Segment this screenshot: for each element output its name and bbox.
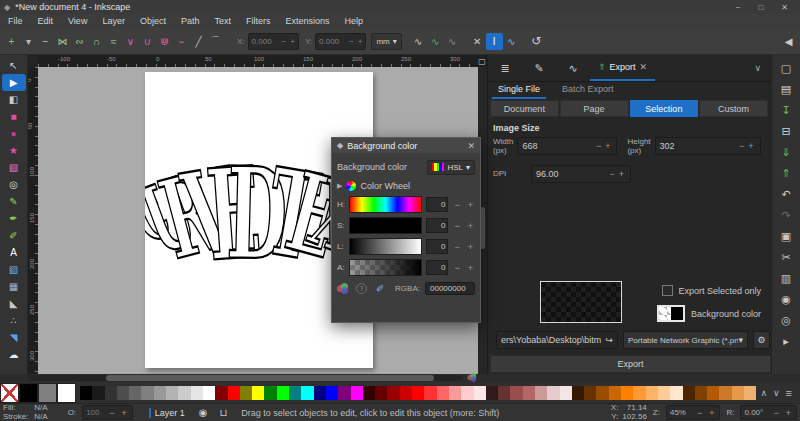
palette-swatch[interactable] — [449, 386, 461, 400]
slider-minus-button[interactable]: − — [452, 200, 461, 210]
palette-swatch[interactable] — [154, 386, 166, 400]
palette-swatch[interactable] — [166, 386, 178, 400]
show-outline-icon[interactable]: I — [486, 33, 503, 50]
filename-field[interactable]: ers\Yobaba\Desktop\bitmap.png ↪ — [496, 331, 618, 349]
gray-swatch[interactable] — [38, 383, 57, 403]
color-picker-icon[interactable]: ✐ — [376, 283, 384, 294]
fill-stroke-tab-icon[interactable]: ∿ — [556, 62, 590, 75]
menu-item[interactable]: Layer — [102, 16, 125, 26]
save-document-icon[interactable]: ↧ — [777, 102, 795, 119]
delete-segment-icon[interactable]: ≈ — [105, 33, 122, 50]
area-mode-button[interactable]: Page — [560, 100, 629, 117]
fill-stroke-indicator[interactable]: Fill: N/A Stroke: N/A — [3, 404, 48, 421]
palette-swatch[interactable] — [670, 386, 682, 400]
palette-swatch[interactable] — [240, 386, 252, 400]
palette-swatch[interactable] — [215, 386, 227, 400]
menu-item[interactable]: File — [8, 16, 23, 26]
line-segment-icon[interactable]: ╱ — [190, 33, 207, 50]
menu-item[interactable]: View — [68, 16, 87, 26]
insert-node-menu-icon[interactable]: ▾ — [20, 33, 37, 50]
import-icon[interactable]: ⇓ — [777, 144, 795, 161]
palette-swatch[interactable] — [351, 386, 363, 400]
maximize-button[interactable]: □ — [758, 3, 763, 12]
y-plus-button[interactable]: + — [358, 37, 363, 46]
close-tab-icon[interactable]: ✕ — [640, 62, 648, 72]
cut-icon[interactable]: ✂ — [777, 249, 795, 266]
palette-swatch[interactable] — [363, 386, 375, 400]
palette-swatch[interactable] — [80, 386, 92, 400]
menu-item[interactable]: Path — [181, 16, 200, 26]
color-slider[interactable] — [349, 217, 422, 234]
export-icon[interactable]: ⇑ — [777, 165, 795, 182]
palette-swatch[interactable] — [523, 386, 535, 400]
palette-swatch[interactable] — [535, 386, 547, 400]
palette-swatch[interactable] — [437, 386, 449, 400]
export-settings-button[interactable]: ⚙ — [753, 331, 770, 349]
palette-swatch[interactable] — [105, 386, 117, 400]
shape-builder-tool[interactable]: ◧ — [2, 91, 26, 108]
tab-export[interactable]: ⇑ Export ✕ — [590, 55, 655, 81]
color-mode-dropdown[interactable]: HSL ▾ — [427, 160, 475, 175]
break-node-icon[interactable]: ⋈ — [54, 33, 71, 50]
menu-item[interactable]: Text — [214, 16, 231, 26]
corner-node-icon[interactable]: ∨ — [122, 33, 139, 50]
redo-icon[interactable]: ↷ — [777, 207, 795, 224]
transform-handles-icon[interactable]: ✕ — [469, 33, 486, 50]
chevron-down-icon[interactable]: ∨ — [754, 63, 771, 73]
palette-swatch[interactable] — [326, 386, 338, 400]
new-document-icon[interactable]: ▢ — [777, 60, 795, 77]
palette-swatch[interactable] — [400, 386, 412, 400]
slider-value-field[interactable]: 0 — [426, 197, 448, 212]
dock-expand-icon[interactable]: ▸ — [777, 333, 795, 350]
swatches-tab-icon[interactable]: ≣ — [488, 62, 522, 75]
palette-swatch[interactable] — [474, 386, 486, 400]
dialog-title-bar[interactable]: ◆ Background color ✕ — [332, 138, 480, 153]
width-minus-button[interactable]: − — [594, 141, 603, 151]
rotation-minus-button[interactable]: − — [771, 408, 780, 418]
calligraphy-tool[interactable]: ✐ — [2, 227, 26, 244]
minimize-button[interactable]: − — [736, 3, 741, 12]
spiral-tool[interactable]: ◎ — [2, 176, 26, 193]
rectangle-tool[interactable]: ■ — [2, 108, 26, 125]
mesh-tool[interactable]: ▦ — [2, 278, 26, 295]
color-slider[interactable] — [349, 259, 422, 276]
slider-minus-button[interactable]: − — [452, 263, 461, 273]
area-mode-button[interactable]: Selection — [630, 100, 699, 117]
palette-swatch[interactable] — [117, 386, 129, 400]
zoom-plus-button[interactable]: + — [707, 408, 716, 418]
x-coord-field[interactable]: 0.000 − + — [248, 33, 299, 50]
area-mode-button[interactable]: Document — [490, 100, 559, 117]
palette-swatch[interactable] — [584, 386, 596, 400]
join-node-icon[interactable]: ∾ — [71, 33, 88, 50]
objects-tab-icon[interactable]: ✎ — [522, 62, 556, 75]
palette-swatch[interactable] — [387, 386, 399, 400]
palette-down-icon[interactable]: ∨ — [773, 388, 780, 398]
layer-visibility-icon[interactable]: ◉ — [199, 407, 208, 418]
palette-swatch[interactable] — [338, 386, 350, 400]
slider-plus-button[interactable]: + — [466, 263, 475, 273]
hscroll-thumb[interactable] — [106, 375, 434, 381]
palette-swatch[interactable] — [560, 386, 572, 400]
palette-menu-icon[interactable]: ≡ — [786, 387, 792, 399]
palette-swatch[interactable] — [658, 386, 670, 400]
undo-icon[interactable]: ↶ — [777, 186, 795, 203]
palette-swatch[interactable] — [314, 386, 326, 400]
export-button[interactable]: Export — [490, 355, 771, 373]
height-plus-button[interactable]: + — [746, 141, 755, 151]
slider-minus-button[interactable]: − — [452, 221, 461, 231]
palette-swatch[interactable] — [264, 386, 276, 400]
background-color-swatch[interactable] — [657, 305, 685, 322]
rgb-wheel-icon[interactable] — [337, 283, 351, 294]
opacity-field[interactable]: 100 − + — [82, 405, 133, 420]
palette-swatch[interactable] — [228, 386, 240, 400]
slider-plus-button[interactable]: + — [466, 221, 475, 231]
file-tab[interactable]: Batch Export — [556, 82, 620, 99]
palette-swatch[interactable] — [510, 386, 522, 400]
palette-swatch[interactable] — [92, 386, 104, 400]
rotate-90-icon[interactable]: ↺ — [528, 33, 545, 50]
tweak-tool[interactable]: ☁ — [2, 346, 26, 363]
color-managed-icon[interactable] — [467, 373, 478, 382]
palette-swatch[interactable] — [683, 386, 695, 400]
dropper-tool[interactable]: ◣ — [2, 295, 26, 312]
curve-segment-icon[interactable]: ⌒ — [207, 33, 224, 50]
